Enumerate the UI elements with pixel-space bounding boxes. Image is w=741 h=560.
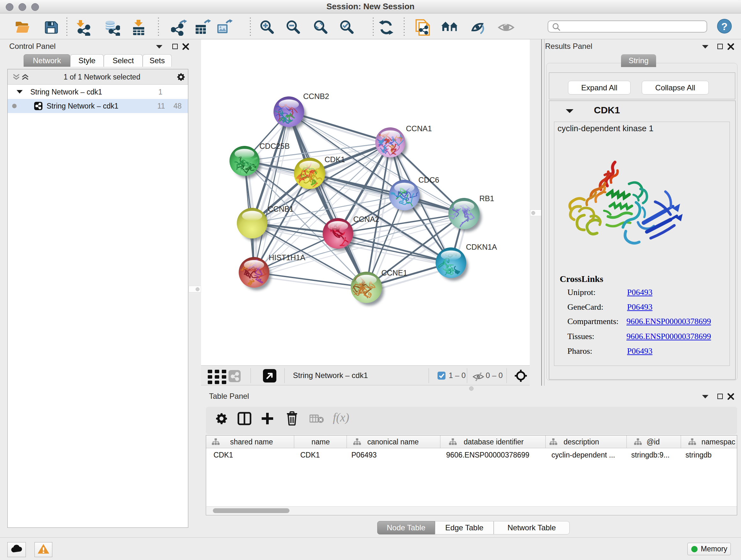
svg-text:CDC25B: CDC25B	[259, 142, 290, 150]
svg-text:CCNB1: CCNB1	[268, 205, 293, 213]
svg-text:HIST1H1A: HIST1H1A	[269, 253, 306, 262]
svg-text:CCNA2: CCNA2	[353, 215, 379, 224]
svg-text:CCNA1: CCNA1	[406, 124, 432, 133]
svg-text:CDK1: CDK1	[325, 155, 345, 164]
svg-text:CDKN1A: CDKN1A	[466, 243, 497, 251]
svg-text:CCNB2: CCNB2	[303, 92, 329, 101]
svg-text:CCNE1: CCNE1	[381, 268, 407, 277]
svg-text:CDC6: CDC6	[418, 176, 439, 184]
svg-text:RB1: RB1	[479, 194, 494, 203]
